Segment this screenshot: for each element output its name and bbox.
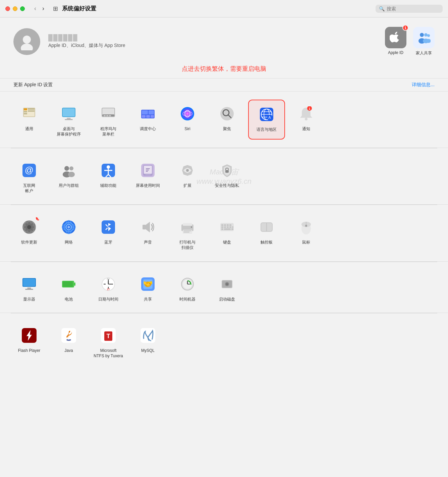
section-1: 通用 桌面与屏幕保护程序 程序坞与菜单栏 调度中心 Si	[0, 92, 448, 148]
icon-item-timemachine[interactable]: 时间机器	[169, 270, 206, 305]
icon-item-java[interactable]: Java	[50, 321, 87, 361]
grid-icon[interactable]: ⊞	[53, 5, 58, 12]
svg-text:🤝: 🤝	[143, 279, 153, 289]
back-button[interactable]: ‹	[32, 4, 38, 13]
icon-grid-4: 显示器 电池 17JUL 日期与时间 🤝 共享 时间机器	[11, 270, 437, 305]
icon-item-trackpad[interactable]: 触控板	[248, 213, 285, 253]
svg-rect-101	[227, 224, 229, 226]
icon-item-datetime[interactable]: 17JUL 日期与时间	[90, 270, 127, 305]
svg-point-79	[30, 230, 33, 233]
profile-info: ██████ Apple ID、iCloud、媒体与 App Store	[48, 34, 377, 49]
icon-item-display[interactable]: 显示器	[11, 270, 48, 305]
icon-item-network[interactable]: 网络	[50, 213, 87, 253]
icon-item-missionctrl[interactable]: 调度中心	[129, 100, 166, 140]
icon-software: 1	[19, 217, 39, 237]
icon-item-dock[interactable]: 程序坞与菜单栏	[90, 100, 127, 140]
icon-screentime	[138, 160, 158, 180]
svg-rect-91	[143, 225, 146, 229]
traffic-lights	[5, 6, 25, 11]
svg-rect-30	[151, 115, 154, 118]
icon-item-battery[interactable]: 电池	[50, 270, 87, 305]
icon-item-mysql[interactable]: MySQL	[129, 321, 166, 361]
search-input[interactable]	[387, 6, 437, 11]
icon-item-screentime[interactable]: 屏幕使用时间	[129, 156, 166, 196]
forward-button[interactable]: ›	[40, 4, 46, 13]
search-bar[interactable]: 🔍	[376, 5, 443, 13]
close-button[interactable]	[5, 6, 10, 11]
icon-general	[19, 104, 39, 124]
icon-item-sound[interactable]: 声音	[129, 213, 166, 253]
icon-label-users: 用户与群组	[59, 183, 79, 189]
svg-text:A: A	[268, 115, 271, 119]
icon-item-internet[interactable]: @ 互联网帐户	[11, 156, 48, 196]
update-text: 更新 Apple ID 设置	[13, 82, 53, 88]
icon-grid-1: 通用 桌面与屏幕保护程序 程序坞与菜单栏 调度中心 Si	[11, 100, 437, 140]
grid-wrapper-1: 通用 桌面与屏幕保护程序 程序坞与菜单栏 调度中心 Si	[11, 100, 437, 140]
svg-rect-11	[24, 111, 27, 112]
family-icon	[417, 31, 431, 44]
icon-item-extensions[interactable]: 扩展	[169, 156, 206, 196]
icon-item-spotlight[interactable]: 聚焦	[209, 100, 245, 140]
svg-point-53	[68, 172, 75, 177]
icon-label-missionctrl: 调度中心	[140, 126, 156, 132]
icon-users	[59, 160, 79, 180]
svg-rect-123	[74, 282, 75, 286]
profile-name: ██████	[48, 34, 377, 41]
icon-internet: @	[19, 160, 39, 180]
fullscreen-button[interactable]	[20, 6, 25, 11]
svg-rect-110	[231, 228, 233, 230]
icon-security	[217, 160, 237, 180]
icon-item-accessibility[interactable]: 辅助功能	[90, 156, 127, 196]
icon-item-bluetooth[interactable]: 蓝牙	[90, 213, 127, 253]
icon-item-desktop[interactable]: 桌面与屏幕保护程序	[50, 100, 87, 140]
icon-item-mouse[interactable]: 鼠标	[288, 213, 325, 253]
icon-label-internet: 互联网帐户	[23, 183, 35, 194]
svg-rect-95	[183, 230, 191, 231]
icon-item-language[interactable]: A 语言与地区	[248, 100, 285, 140]
icon-item-notification[interactable]: 1 通知	[288, 100, 325, 140]
svg-rect-10	[24, 108, 27, 110]
svg-rect-96	[183, 232, 189, 232]
apple-id-button[interactable]: 1 Apple ID	[385, 27, 406, 55]
svg-text:JUL: JUL	[107, 278, 110, 280]
icon-item-startdisk[interactable]: 启动磁盘	[209, 270, 245, 305]
icon-item-printer[interactable]: 打印机与扫描仪	[169, 213, 206, 253]
profile-subtitle: Apple ID、iCloud、媒体与 App Store	[48, 43, 377, 49]
icon-item-sharing[interactable]: 🤝 共享	[129, 270, 166, 305]
update-detail-link[interactable]: 详细信息...	[412, 82, 435, 88]
svg-point-78	[26, 230, 29, 233]
svg-rect-120	[27, 287, 31, 289]
icon-item-siri[interactable]: Siri	[169, 100, 206, 140]
icon-item-general[interactable]: 通用	[11, 100, 48, 140]
icon-item-flash[interactable]: Flash Player	[11, 321, 48, 361]
main-content: ██████ Apple ID、iCloud、媒体与 App Store 1 A…	[0, 17, 448, 477]
svg-point-71	[27, 225, 31, 229]
minimize-button[interactable]	[13, 6, 17, 11]
icon-label-timemachine: 时间机器	[179, 297, 195, 302]
icon-printer	[177, 217, 198, 237]
svg-point-74	[23, 224, 26, 226]
icon-item-ntfs[interactable]: T MicrosoftNTFS by Tuxera	[90, 321, 127, 361]
icon-network	[59, 217, 79, 237]
icon-startdisk	[217, 274, 237, 294]
icon-item-keyboard[interactable]: 键盘	[209, 213, 245, 253]
svg-rect-28	[142, 115, 146, 118]
icon-item-software[interactable]: 1 软件更新	[11, 213, 48, 253]
svg-point-55	[107, 165, 110, 169]
icon-label-sound: 声音	[144, 240, 152, 245]
icon-label-spotlight: 聚焦	[223, 126, 231, 132]
icon-dock	[98, 104, 118, 124]
svg-rect-104	[224, 226, 226, 228]
icon-item-security[interactable]: 安全性与隐私	[209, 156, 245, 196]
icon-label-extensions: 扩展	[183, 183, 191, 189]
icon-item-users[interactable]: 用户与群组	[50, 156, 87, 196]
icon-display	[19, 274, 39, 294]
icon-label-network: 网络	[65, 240, 73, 245]
svg-rect-16	[63, 108, 75, 116]
svg-rect-108	[221, 228, 223, 230]
icon-label-printer: 打印机与扫描仪	[179, 240, 195, 250]
profile-icons: 1 Apple ID	[385, 27, 435, 56]
svg-point-77	[23, 228, 26, 230]
svg-rect-18	[65, 119, 73, 120]
family-sharing-button[interactable]: 家人共享	[413, 27, 435, 56]
